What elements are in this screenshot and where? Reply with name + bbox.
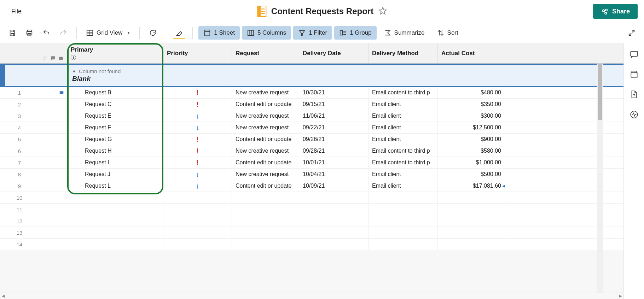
cell-method[interactable] [369,215,438,227]
cell-date[interactable]: 09/15/21 [299,99,369,110]
print-icon[interactable] [22,26,37,40]
document-title[interactable]: Content Requests Report [271,6,373,16]
cell-request[interactable]: New creative request [232,110,299,122]
cell-request[interactable]: New creative request [232,122,299,133]
undo-icon[interactable] [39,26,54,40]
cell-date[interactable] [299,215,369,227]
cell-method[interactable] [369,239,438,250]
table-row[interactable]: 3Request E↓New creative request11/06/21E… [0,110,623,122]
cell-date[interactable]: 11/06/21 [299,110,369,122]
cell-priority[interactable]: ! [163,99,232,110]
attachment-column-header[interactable] [39,43,67,63]
cell-cost[interactable] [438,227,505,238]
file-menu[interactable]: File [6,5,27,18]
collapse-triangle-icon[interactable]: ▼ [72,69,76,74]
column-header-request[interactable]: Request [232,43,299,63]
cell-date[interactable] [299,192,369,203]
horizontal-scrollbar[interactable]: ◀ ▶ [0,293,623,299]
row-number[interactable]: 8 [0,171,39,177]
cell-method[interactable]: Email content to third p [369,87,438,98]
cell-cost[interactable] [438,239,505,250]
group-chip[interactable]: 1 Group [334,26,376,40]
summarize-button[interactable]: Summarize [379,26,430,40]
cell-primary[interactable]: Request L [67,180,163,192]
group-header-row[interactable]: ▼Column not found Blank [0,64,623,87]
publish-icon[interactable] [630,90,639,100]
cell-cost[interactable]: $300.00 [438,110,505,122]
scroll-right-arrow-icon[interactable]: ▶ [617,294,623,298]
sheet-chip[interactable]: 1 Sheet [198,26,240,40]
save-icon[interactable] [5,26,20,40]
column-header-delivery-date[interactable]: Delivery Date [299,43,369,63]
cell-method[interactable]: Email client [369,180,438,192]
table-row-empty[interactable]: 10 [0,192,623,204]
table-row[interactable]: 1Request B!New creative request10/30/21E… [0,87,623,99]
row-number[interactable]: 5 [0,136,39,142]
sort-button[interactable]: Sort [432,26,463,40]
row-number[interactable]: 13 [0,230,39,236]
column-header-actual-cost[interactable]: Actual Cost [438,43,505,63]
cell-priority[interactable]: ! [163,87,232,98]
cell-primary[interactable]: Request E [67,110,163,122]
table-row[interactable]: 8Request J↓New creative request10/04/21E… [0,169,623,180]
cell-priority[interactable]: ↓ [163,180,232,192]
cell-request[interactable]: Content edit or update [232,99,299,110]
cell-method[interactable] [369,192,438,203]
cell-method[interactable]: Email client [369,99,438,110]
cell-date[interactable]: 09/28/21 [299,145,369,157]
table-row[interactable]: 9Request L↓Content edit or update10/09/2… [0,180,623,192]
table-row[interactable]: 4Request F↓New creative request09/22/21E… [0,122,623,134]
cell-date[interactable]: 10/09/21 [299,180,369,192]
row-number[interactable]: 6 [0,148,39,154]
cell-cost[interactable]: $580.00 [438,145,505,157]
row-number[interactable]: 10 [0,195,39,201]
redo-icon[interactable] [56,26,71,40]
cell-method[interactable] [369,227,438,238]
cell-method[interactable]: Email client [369,169,438,180]
column-header-priority[interactable]: Priority [163,43,232,63]
cell-method[interactable] [369,204,438,215]
vertical-scrollbar[interactable] [597,64,603,293]
cell-priority[interactable]: ↓ [163,169,232,180]
table-row-empty[interactable]: 11 [0,204,623,215]
cell-request[interactable]: New creative request [232,87,299,98]
cell-cost[interactable]: $17,081.60◀ [438,180,505,192]
columns-chip[interactable]: 5 Columns [242,26,291,40]
cell-cost[interactable] [438,192,505,203]
cell-primary[interactable] [67,215,163,227]
row-number[interactable]: 12 [0,218,39,224]
data-grid[interactable]: Primary i Priority Request Delivery Date… [0,43,623,299]
cell-primary[interactable]: Request B [67,87,163,98]
row-number[interactable]: 4 [0,125,39,131]
cell-date[interactable]: 09/26/21 [299,134,369,145]
favorite-star-icon[interactable] [378,7,387,16]
cell-cost[interactable] [438,204,505,215]
table-row[interactable]: 2Request C!Content edit or update09/15/2… [0,99,623,110]
row-number[interactable]: 7 [0,160,39,166]
cell-cost[interactable] [438,215,505,227]
cell-cost[interactable]: $500.00 [438,169,505,180]
cell-cost[interactable]: $480.00 [438,87,505,98]
cell-priority[interactable] [163,204,232,215]
table-row[interactable]: 6Request H!New creative request09/28/21E… [0,145,623,157]
filter-chip[interactable]: 1 Filter [293,26,332,40]
cell-method[interactable]: Email content to third p [369,157,438,168]
cell-method[interactable]: Email content to third p [369,145,438,157]
info-icon[interactable]: i [71,55,76,60]
cell-date[interactable]: 10/04/21 [299,169,369,180]
expand-icon[interactable] [624,26,639,40]
cell-priority[interactable]: ! [163,157,232,168]
cell-date[interactable]: 10/01/21 [299,157,369,168]
cell-request[interactable] [232,239,299,250]
scroll-left-arrow-icon[interactable]: ◀ [0,294,6,298]
table-row[interactable]: 5Request G!Content edit or update09/26/2… [0,134,623,145]
table-row-empty[interactable]: 14 [0,239,623,250]
cell-primary[interactable] [67,227,163,238]
cell-request[interactable]: Content edit or update [232,134,299,145]
column-header-primary[interactable]: Primary i [67,43,163,63]
cell-primary[interactable] [67,239,163,250]
cell-primary[interactable]: Request J [67,169,163,180]
cell-priority[interactable]: ↓ [163,110,232,122]
cell-priority[interactable]: ! [163,134,232,145]
refresh-icon[interactable] [145,26,160,40]
